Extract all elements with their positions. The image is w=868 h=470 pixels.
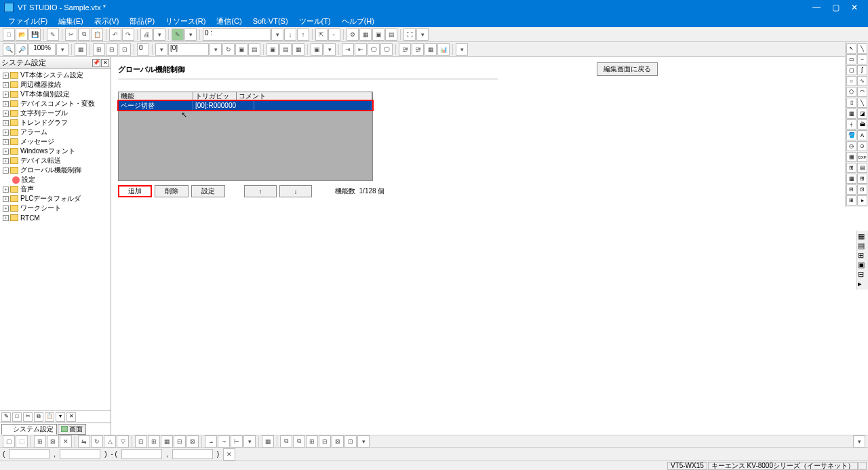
- tool-icon[interactable]: ▦: [858, 232, 867, 241]
- coord-x[interactable]: [9, 449, 50, 459]
- tool-icon[interactable]: ⊞: [858, 251, 867, 260]
- tree-item[interactable]: +周辺機器接続: [0, 80, 111, 90]
- tool-icon[interactable]: ▦: [359, 28, 372, 41]
- tool-icon[interactable]: ⊟: [846, 184, 856, 195]
- table-body[interactable]: ページ切替 [00]:R000000 ↖: [118, 101, 373, 181]
- grid-icon[interactable]: ▦: [75, 43, 87, 56]
- layer-icon[interactable]: ⊡: [344, 435, 357, 448]
- tree-item[interactable]: +RTCM: [0, 213, 111, 222]
- delete-button[interactable]: 削除: [155, 185, 189, 197]
- maximize-button[interactable]: ▢: [826, 0, 845, 15]
- menu-resource[interactable]: リソース(R): [160, 15, 211, 28]
- rect-icon[interactable]: ▭: [846, 54, 856, 64]
- tool-icon[interactable]: ▦: [292, 43, 304, 56]
- check-icon[interactable]: ✎: [172, 28, 184, 41]
- tree-item[interactable]: +デバイスコメント・変数: [0, 99, 111, 109]
- menu-file[interactable]: ファイル(F): [3, 15, 53, 28]
- tool-icon[interactable]: ▤: [248, 43, 260, 56]
- tool-icon[interactable]: ▢: [3, 435, 15, 448]
- close-panel-icon[interactable]: ✕: [101, 59, 109, 67]
- tool-icon[interactable]: ▣: [235, 43, 248, 56]
- tool-icon[interactable]: △: [104, 435, 116, 448]
- tool-icon[interactable]: ▦: [425, 43, 437, 56]
- tool-icon[interactable]: ▣: [372, 28, 384, 41]
- text-icon[interactable]: A: [857, 130, 867, 140]
- jump-icon[interactable]: ⇱: [315, 28, 328, 41]
- dropdown-icon[interactable]: ▾: [56, 43, 68, 56]
- dropdown-icon[interactable]: ▾: [210, 43, 222, 56]
- dropdown-icon[interactable]: ▾: [323, 43, 336, 56]
- delete-icon[interactable]: ✕: [60, 435, 72, 448]
- tool-icon[interactable]: ⊞: [34, 435, 46, 448]
- dropdown-icon[interactable]: ▾: [357, 435, 370, 448]
- nav-up-icon[interactable]: ↑: [297, 28, 309, 41]
- fullscreen-icon[interactable]: ⛶: [403, 28, 416, 41]
- layer-icon[interactable]: ⊠: [332, 435, 344, 448]
- tool-icon[interactable]: ⊞: [148, 435, 160, 448]
- redo-icon[interactable]: ↷: [122, 28, 134, 41]
- tool-icon[interactable]: ⊞: [846, 195, 856, 205]
- dropdown-icon[interactable]: ▾: [416, 28, 429, 41]
- move-up-button[interactable]: ↑: [244, 185, 277, 197]
- tool-icon[interactable]: ▣: [311, 43, 323, 56]
- fill-icon[interactable]: 🪣: [846, 130, 856, 140]
- nav-down-icon[interactable]: ↓: [284, 28, 296, 41]
- layer-icon[interactable]: ⧉: [293, 435, 305, 448]
- tool-icon[interactable]: ⊡: [857, 184, 867, 195]
- add-button[interactable]: 追加: [118, 185, 152, 197]
- tab-system[interactable]: システム設定: [1, 424, 57, 435]
- paste-icon[interactable]: 📋: [91, 28, 103, 41]
- copy-icon[interactable]: ⧉: [34, 412, 43, 422]
- scale-icon[interactable]: ⟊: [846, 119, 856, 130]
- layer-icon[interactable]: ⊞: [306, 435, 318, 448]
- tool-icon[interactable]: ○̶: [846, 141, 856, 151]
- menu-help[interactable]: ヘルプ(H): [336, 15, 380, 28]
- tool-icon[interactable]: ⊞: [846, 163, 856, 173]
- tool-icon[interactable]: ▤: [279, 43, 292, 56]
- transfer-icon[interactable]: ⇤: [355, 43, 367, 56]
- dropdown-icon[interactable]: ▾: [184, 28, 197, 41]
- back-icon[interactable]: ←: [328, 28, 340, 41]
- delete-icon[interactable]: ✕: [66, 412, 76, 422]
- zoom-out-icon[interactable]: 🔎: [16, 43, 28, 56]
- curve-icon[interactable]: ~: [857, 54, 867, 64]
- tree-item[interactable]: +トレンドグラフ: [0, 118, 111, 128]
- expand-icon[interactable]: ▸: [858, 279, 867, 288]
- lock-icon[interactable]: ✕: [223, 448, 235, 461]
- pin-icon[interactable]: 📌: [92, 59, 100, 67]
- tool-icon[interactable]: □: [12, 412, 22, 422]
- coord-x2[interactable]: [121, 449, 162, 459]
- transfer-icon[interactable]: ⇥: [342, 43, 354, 56]
- layout-icon[interactable]: ⊡: [119, 43, 131, 56]
- tree-item-global[interactable]: −グローバル機能制御: [0, 165, 111, 175]
- tool-icon[interactable]: ▦: [846, 152, 856, 162]
- dropdown-icon[interactable]: ▾: [153, 28, 165, 41]
- page-combo[interactable]: 0 :: [203, 28, 271, 41]
- zoom-in-icon[interactable]: 🔍: [3, 43, 15, 56]
- dropdown-icon[interactable]: ▾: [155, 43, 167, 56]
- tree-item[interactable]: +アラーム: [0, 128, 111, 137]
- screen-icon[interactable]: 🖵: [368, 43, 380, 56]
- select-icon[interactable]: ↖: [846, 43, 856, 54]
- tool-icon[interactable]: ⊠: [186, 435, 199, 448]
- rotate-icon[interactable]: ↻: [91, 435, 103, 448]
- tool-icon[interactable]: ⊡: [135, 435, 147, 448]
- menu-view[interactable]: 表示(V): [89, 15, 125, 28]
- circle-icon[interactable]: ○: [846, 76, 856, 86]
- print-icon[interactable]: 🖨: [140, 28, 153, 41]
- align-icon[interactable]: ⫠: [205, 435, 217, 448]
- tool-icon[interactable]: ⊟: [858, 270, 867, 279]
- bezier-icon[interactable]: ʃ: [857, 65, 867, 75]
- settings-tree[interactable]: +VT本体システム設定 +周辺機器接続 +VT本体個別設定 +デバイスコメント・…: [0, 69, 111, 410]
- new-icon[interactable]: □: [3, 28, 15, 41]
- tool-icon[interactable]: ▯: [846, 98, 856, 108]
- tool-icon[interactable]: ⬚: [16, 435, 28, 448]
- dropdown-icon[interactable]: ▾: [271, 28, 283, 41]
- refresh-icon[interactable]: ↻: [222, 43, 235, 56]
- tool-icon[interactable]: ⊞: [857, 174, 867, 184]
- edit-icon[interactable]: ✎: [1, 412, 11, 422]
- tree-item-settei[interactable]: 設定: [0, 175, 111, 184]
- layout-icon[interactable]: ⊞: [93, 43, 105, 56]
- shape-icon[interactable]: ◪: [857, 109, 867, 119]
- id-field[interactable]: [0]: [168, 43, 209, 56]
